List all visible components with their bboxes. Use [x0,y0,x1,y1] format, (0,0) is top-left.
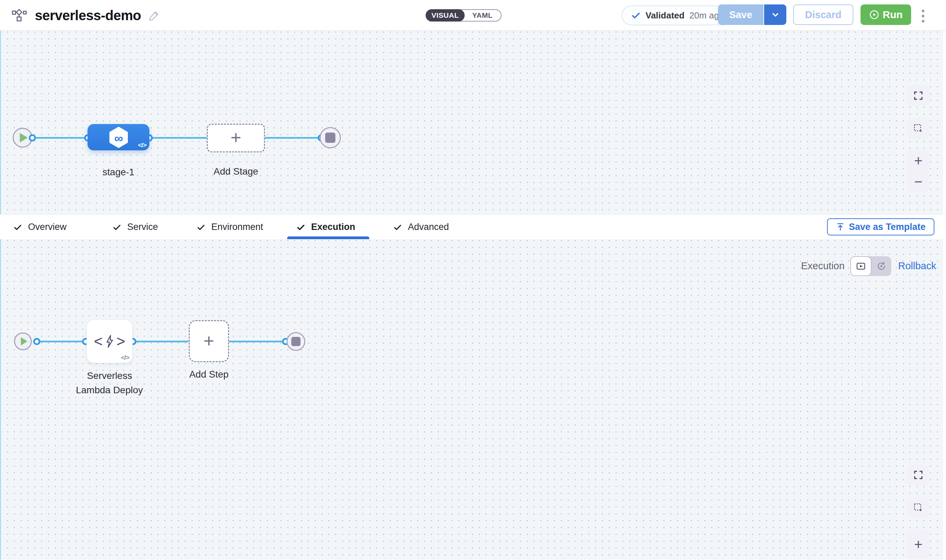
scrollbar-track[interactable] [942,31,946,214]
rollback-view-icon [876,261,886,271]
tab-overview[interactable]: Overview [13,215,67,240]
check-icon [393,223,402,232]
add-step-button[interactable]: + [189,320,229,362]
run-button[interactable]: Run [861,5,911,25]
zoom-in-button[interactable]: + [914,154,923,168]
upload-icon [836,222,845,231]
execution-rollback-switch [850,256,891,276]
fullscreen-icon [913,470,923,480]
play-icon [21,337,27,345]
active-tab-indicator [287,237,369,239]
scrollbar-track[interactable] [942,239,946,560]
execution-end-node[interactable] [287,332,305,351]
stop-icon [325,132,335,143]
play-icon [20,133,28,143]
selection-box-icon [913,123,923,134]
code-view-icon[interactable]: </> [121,354,129,362]
execution-start-node[interactable] [14,332,32,350]
validated-badge[interactable]: Validated 20m ago [622,5,733,25]
connector-line [264,137,321,139]
stop-icon [291,337,300,346]
tab-execution[interactable]: Execution [296,215,355,240]
multi-select-button[interactable] [907,118,929,139]
zoom-control: + − [907,529,929,560]
page-title: serverless-demo [35,8,141,23]
add-stage-button[interactable]: + [207,124,265,152]
step-name-line2: Lambda Deploy [65,385,154,395]
selection-box-icon [913,503,923,513]
canvas-left-edge [0,239,1,560]
kebab-dot [922,9,924,12]
code-view-icon[interactable]: </> [138,142,146,149]
edit-pencil-icon[interactable] [148,9,160,21]
step-name-line1: Serverless [86,370,133,381]
connector-line [133,341,189,342]
deploy-hexagon-icon: ∞ [109,127,129,148]
execution-view-icon [856,261,866,271]
tab-service[interactable]: Service [112,215,158,240]
fit-to-screen-button[interactable] [907,85,929,106]
canvas-left-edge [0,31,1,214]
more-options-button[interactable] [917,9,929,23]
stage-name-label: stage-1 [88,167,149,178]
tab-advanced[interactable]: Advanced [393,215,449,240]
execution-view-button[interactable] [850,256,872,276]
pipeline-icon [12,9,27,22]
connector-line [37,341,86,342]
rollback-link[interactable]: Rollback [898,260,936,272]
top-bar: serverless-demo VISUAL YAML Validated 20… [0,0,946,31]
validated-label: Validated [646,10,684,21]
left-bracket-icon: < [94,333,103,350]
visual-yaml-toggle: VISUAL YAML [426,9,502,22]
save-button[interactable]: Save [718,5,764,25]
svg-text:∞: ∞ [114,131,123,145]
plus-icon: + [230,128,241,146]
zoom-in-button[interactable]: + [914,537,923,552]
fullscreen-icon [913,91,923,101]
check-icon [112,223,122,232]
pipeline-end-node[interactable] [320,127,341,148]
connector-line [228,341,282,342]
toggle-visual[interactable]: VISUAL [426,9,465,22]
save-as-template-button[interactable]: Save as Template [827,218,934,235]
stage-node-stage-1[interactable]: ∞ </> [88,124,149,150]
execution-panel-label: Execution [801,260,844,272]
check-icon [197,223,205,232]
kebab-dot [922,15,924,17]
connector-port[interactable] [29,134,36,142]
save-as-template-label: Save as Template [849,222,926,232]
rollback-view-button[interactable] [872,256,891,276]
add-step-label: Add Step [189,369,229,380]
tab-label: Execution [311,222,355,232]
validated-check-icon [631,11,641,20]
tab-label: Environment [211,222,263,232]
right-bracket-icon: > [117,333,125,350]
plus-icon: + [203,331,214,350]
discard-button[interactable]: Discard [793,5,854,25]
multi-select-button[interactable] [907,497,929,518]
tab-label: Service [127,222,158,232]
zoom-out-button[interactable]: − [914,555,923,560]
stage-config-tabs: Overview Service Environment Execution A… [0,214,946,239]
zoom-out-button[interactable]: − [914,175,923,189]
run-label: Run [883,9,903,20]
connector-port[interactable] [33,338,40,345]
add-stage-label: Add Stage [207,166,265,177]
toggle-yaml[interactable]: YAML [464,10,501,21]
connector-line [149,137,208,139]
check-icon [13,223,22,232]
stage-canvas: ∞ </> + stage-1 Add Stage + − [0,31,946,214]
run-play-icon [869,9,879,20]
tab-label: Overview [28,222,67,232]
save-options-button[interactable] [764,5,786,25]
chevron-down-icon [771,10,780,19]
tab-environment[interactable]: Environment [197,215,263,240]
zoom-control: + − [907,150,929,192]
kebab-dot [922,20,924,23]
fit-to-screen-button[interactable] [907,465,929,485]
step-node-serverless-lambda-deploy[interactable]: < > </> [86,320,133,363]
lightning-bolt-icon [105,334,114,348]
connector-line [32,137,88,139]
save-split-button: Save [718,5,786,25]
tab-label: Advanced [408,222,449,232]
